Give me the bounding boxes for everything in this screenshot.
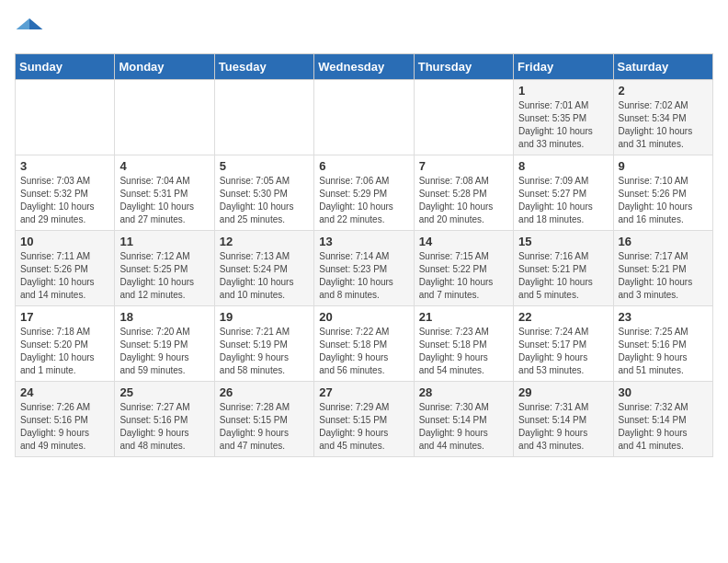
calendar-cell: 6Sunrise: 7:06 AM Sunset: 5:29 PM Daylig… (314, 155, 414, 231)
day-number: 18 (119, 310, 209, 324)
day-number: 14 (419, 235, 508, 248)
calendar-cell (16, 80, 115, 155)
day-number: 8 (518, 159, 608, 173)
day-number: 17 (20, 310, 109, 324)
calendar-week-4: 17Sunrise: 7:18 AM Sunset: 5:20 PM Dayli… (16, 306, 713, 382)
day-info: Sunrise: 7:14 AM Sunset: 5:23 PM Dayligh… (319, 250, 408, 302)
weekday-header-thursday: Thursday (414, 54, 513, 80)
day-number: 25 (119, 385, 209, 399)
calendar-cell: 16Sunrise: 7:17 AM Sunset: 5:21 PM Dayli… (613, 231, 712, 306)
day-info: Sunrise: 7:11 AM Sunset: 5:26 PM Dayligh… (20, 250, 109, 302)
day-info: Sunrise: 7:27 AM Sunset: 5:16 PM Dayligh… (119, 401, 209, 453)
calendar-cell: 1Sunrise: 7:01 AM Sunset: 5:35 PM Daylig… (514, 80, 613, 155)
calendar-cell: 27Sunrise: 7:29 AM Sunset: 5:15 PM Dayli… (314, 382, 414, 457)
calendar-cell: 17Sunrise: 7:18 AM Sunset: 5:20 PM Dayli… (16, 306, 115, 382)
calendar-cell: 14Sunrise: 7:15 AM Sunset: 5:22 PM Dayli… (414, 231, 513, 306)
calendar-cell: 29Sunrise: 7:31 AM Sunset: 5:14 PM Dayli… (514, 382, 613, 457)
calendar-week-1: 1Sunrise: 7:01 AM Sunset: 5:35 PM Daylig… (16, 80, 713, 155)
calendar-cell: 10Sunrise: 7:11 AM Sunset: 5:26 PM Dayli… (16, 231, 115, 306)
day-info: Sunrise: 7:31 AM Sunset: 5:14 PM Dayligh… (518, 401, 608, 453)
day-info: Sunrise: 7:24 AM Sunset: 5:17 PM Dayligh… (518, 326, 608, 377)
svg-marker-0 (29, 18, 42, 29)
calendar-cell: 26Sunrise: 7:28 AM Sunset: 5:15 PM Dayli… (214, 382, 313, 457)
logo-icon (15, 15, 44, 44)
day-info: Sunrise: 7:05 AM Sunset: 5:30 PM Dayligh… (220, 175, 309, 226)
day-number: 20 (319, 310, 408, 324)
day-info: Sunrise: 7:22 AM Sunset: 5:18 PM Dayligh… (319, 326, 408, 377)
day-info: Sunrise: 7:13 AM Sunset: 5:24 PM Dayligh… (220, 250, 309, 302)
calendar-cell: 11Sunrise: 7:12 AM Sunset: 5:25 PM Dayli… (115, 231, 214, 306)
calendar-cell: 4Sunrise: 7:04 AM Sunset: 5:31 PM Daylig… (115, 155, 214, 231)
calendar-cell: 21Sunrise: 7:23 AM Sunset: 5:18 PM Dayli… (414, 306, 513, 382)
calendar-week-5: 24Sunrise: 7:26 AM Sunset: 5:16 PM Dayli… (16, 382, 713, 457)
day-info: Sunrise: 7:10 AM Sunset: 5:26 PM Dayligh… (619, 175, 708, 226)
calendar-cell: 15Sunrise: 7:16 AM Sunset: 5:21 PM Dayli… (514, 231, 613, 306)
calendar-cell: 30Sunrise: 7:32 AM Sunset: 5:14 PM Dayli… (613, 382, 712, 457)
day-info: Sunrise: 7:21 AM Sunset: 5:19 PM Dayligh… (220, 326, 309, 377)
calendar-week-2: 3Sunrise: 7:03 AM Sunset: 5:32 PM Daylig… (16, 155, 713, 231)
calendar-cell: 18Sunrise: 7:20 AM Sunset: 5:19 PM Dayli… (115, 306, 214, 382)
day-info: Sunrise: 7:23 AM Sunset: 5:18 PM Dayligh… (419, 326, 508, 377)
day-info: Sunrise: 7:03 AM Sunset: 5:32 PM Dayligh… (20, 175, 109, 226)
day-info: Sunrise: 7:01 AM Sunset: 5:35 PM Dayligh… (518, 99, 608, 151)
calendar-cell: 5Sunrise: 7:05 AM Sunset: 5:30 PM Daylig… (214, 155, 313, 231)
calendar-cell: 20Sunrise: 7:22 AM Sunset: 5:18 PM Dayli… (314, 306, 414, 382)
day-number: 16 (619, 235, 708, 248)
day-info: Sunrise: 7:16 AM Sunset: 5:21 PM Dayligh… (518, 250, 608, 302)
day-info: Sunrise: 7:17 AM Sunset: 5:21 PM Dayligh… (619, 250, 708, 302)
calendar-cell: 28Sunrise: 7:30 AM Sunset: 5:14 PM Dayli… (414, 382, 513, 457)
weekday-header-friday: Friday (514, 54, 613, 80)
day-info: Sunrise: 7:15 AM Sunset: 5:22 PM Dayligh… (419, 250, 508, 302)
day-info: Sunrise: 7:32 AM Sunset: 5:14 PM Dayligh… (619, 401, 708, 453)
day-number: 21 (419, 310, 508, 324)
day-info: Sunrise: 7:26 AM Sunset: 5:16 PM Dayligh… (20, 401, 109, 453)
day-number: 6 (319, 159, 408, 173)
day-info: Sunrise: 7:29 AM Sunset: 5:15 PM Dayligh… (319, 401, 408, 453)
calendar-cell: 3Sunrise: 7:03 AM Sunset: 5:32 PM Daylig… (16, 155, 115, 231)
day-number: 3 (20, 159, 109, 173)
weekday-header-saturday: Saturday (613, 54, 712, 80)
calendar-cell (314, 80, 414, 155)
weekday-header-monday: Monday (115, 54, 214, 80)
calendar-cell: 7Sunrise: 7:08 AM Sunset: 5:28 PM Daylig… (414, 155, 513, 231)
calendar-cell: 2Sunrise: 7:02 AM Sunset: 5:34 PM Daylig… (613, 80, 712, 155)
calendar-cell: 12Sunrise: 7:13 AM Sunset: 5:24 PM Dayli… (214, 231, 313, 306)
day-info: Sunrise: 7:02 AM Sunset: 5:34 PM Dayligh… (619, 99, 708, 151)
day-number: 26 (220, 385, 309, 399)
day-number: 22 (518, 310, 608, 324)
day-info: Sunrise: 7:25 AM Sunset: 5:16 PM Dayligh… (619, 326, 708, 377)
day-number: 28 (419, 385, 508, 399)
calendar-cell: 25Sunrise: 7:27 AM Sunset: 5:16 PM Dayli… (115, 382, 214, 457)
day-info: Sunrise: 7:08 AM Sunset: 5:28 PM Dayligh… (419, 175, 508, 226)
day-number: 9 (619, 159, 708, 173)
day-number: 1 (518, 84, 608, 98)
calendar-cell (115, 80, 214, 155)
calendar-cell: 24Sunrise: 7:26 AM Sunset: 5:16 PM Dayli… (16, 382, 115, 457)
day-number: 5 (220, 159, 309, 173)
day-number: 24 (20, 385, 109, 399)
calendar-cell: 19Sunrise: 7:21 AM Sunset: 5:19 PM Dayli… (214, 306, 313, 382)
day-number: 15 (518, 235, 608, 248)
day-number: 10 (20, 235, 109, 248)
logo (15, 15, 48, 44)
day-number: 2 (619, 84, 708, 98)
day-number: 13 (319, 235, 408, 248)
calendar-cell: 13Sunrise: 7:14 AM Sunset: 5:23 PM Dayli… (314, 231, 414, 306)
day-info: Sunrise: 7:18 AM Sunset: 5:20 PM Dayligh… (20, 326, 109, 377)
day-info: Sunrise: 7:06 AM Sunset: 5:29 PM Dayligh… (319, 175, 408, 226)
day-info: Sunrise: 7:28 AM Sunset: 5:15 PM Dayligh… (220, 401, 309, 453)
calendar-week-3: 10Sunrise: 7:11 AM Sunset: 5:26 PM Dayli… (16, 231, 713, 306)
calendar-table: SundayMondayTuesdayWednesdayThursdayFrid… (15, 53, 713, 457)
day-info: Sunrise: 7:30 AM Sunset: 5:14 PM Dayligh… (419, 401, 508, 453)
svg-marker-1 (17, 18, 29, 29)
calendar-cell (214, 80, 313, 155)
weekday-header-sunday: Sunday (16, 54, 115, 80)
day-info: Sunrise: 7:20 AM Sunset: 5:19 PM Dayligh… (119, 326, 209, 377)
calendar-cell: 8Sunrise: 7:09 AM Sunset: 5:27 PM Daylig… (514, 155, 613, 231)
day-number: 30 (619, 385, 708, 399)
day-number: 4 (119, 159, 209, 173)
calendar-cell (414, 80, 513, 155)
calendar-cell: 23Sunrise: 7:25 AM Sunset: 5:16 PM Dayli… (613, 306, 712, 382)
day-number: 11 (119, 235, 209, 248)
day-number: 29 (518, 385, 608, 399)
